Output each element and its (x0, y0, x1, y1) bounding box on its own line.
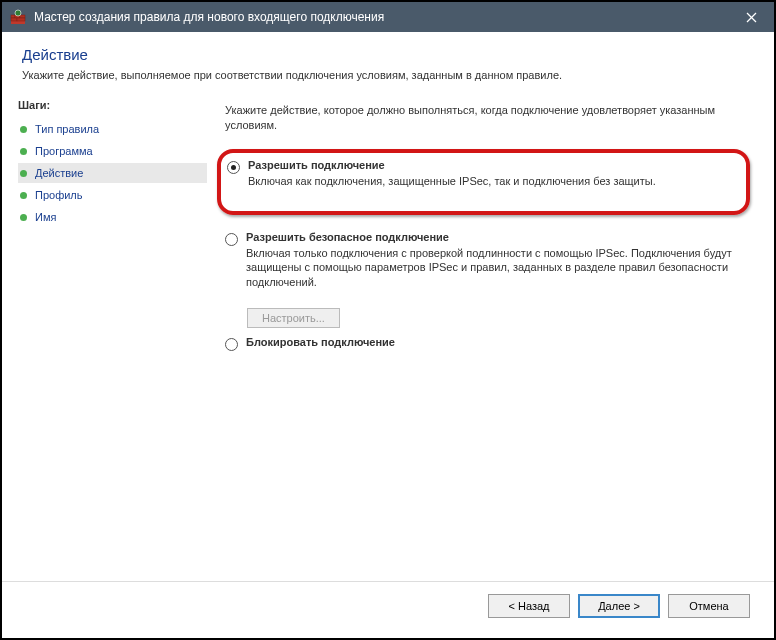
step-label: Программа (35, 145, 93, 157)
step-action[interactable]: Действие (18, 163, 207, 183)
option-allow-connection[interactable]: Разрешить подключение Включая как подклю… (227, 159, 736, 189)
option-desc: Включая только подключения с проверкой п… (246, 246, 746, 291)
content-intro: Укажите действие, которое должно выполня… (225, 103, 746, 133)
radio-icon[interactable] (227, 161, 240, 174)
page-title: Действие (22, 46, 754, 63)
svg-rect-3 (20, 15, 25, 18)
firewall-icon (10, 9, 26, 25)
step-dot-icon (20, 170, 27, 177)
svg-rect-1 (11, 15, 15, 18)
step-dot-icon (20, 126, 27, 133)
wizard-content: Укажите действие, которое должно выполня… (207, 91, 774, 581)
option-desc: Включая как подключения, защищенные IPSe… (248, 174, 656, 189)
option-title: Блокировать подключение (246, 336, 395, 348)
svg-rect-5 (17, 18, 25, 21)
configure-button: Настроить... (247, 308, 340, 328)
step-rule-type[interactable]: Тип правила (18, 119, 207, 139)
step-label: Профиль (35, 189, 83, 201)
next-button[interactable]: Далее > (578, 594, 660, 618)
option-title: Разрешить безопасное подключение (246, 231, 746, 243)
radio-icon[interactable] (225, 338, 238, 351)
step-label: Действие (35, 167, 83, 179)
radio-icon[interactable] (225, 233, 238, 246)
step-profile[interactable]: Профиль (18, 185, 207, 205)
svg-point-6 (15, 10, 21, 16)
wizard-footer: < Назад Далее > Отмена (2, 581, 774, 630)
step-label: Тип правила (35, 123, 99, 135)
wizard-header: Действие Укажите действие, выполняемое п… (2, 32, 774, 91)
close-button[interactable] (729, 2, 774, 32)
option-allow-secure[interactable]: Разрешить безопасное подключение Включая… (225, 231, 746, 291)
option-title: Разрешить подключение (248, 159, 656, 171)
step-program[interactable]: Программа (18, 141, 207, 161)
step-dot-icon (20, 192, 27, 199)
option-block-connection[interactable]: Блокировать подключение (225, 336, 746, 353)
step-name[interactable]: Имя (18, 207, 207, 227)
cancel-button[interactable]: Отмена (668, 594, 750, 618)
annotation-highlight: Разрешить подключение Включая как подклю… (217, 149, 750, 215)
page-subtitle: Укажите действие, выполняемое при соотве… (22, 69, 754, 81)
window-title: Мастер создания правила для нового входя… (34, 10, 384, 24)
svg-rect-4 (11, 18, 17, 21)
back-button[interactable]: < Назад (488, 594, 570, 618)
step-label: Имя (35, 211, 56, 223)
step-dot-icon (20, 148, 27, 155)
steps-sidebar: Шаги: Тип правила Программа Действие Про… (2, 91, 207, 581)
step-dot-icon (20, 214, 27, 221)
titlebar[interactable]: Мастер создания правила для нового входя… (2, 2, 774, 32)
steps-header: Шаги: (18, 99, 207, 111)
